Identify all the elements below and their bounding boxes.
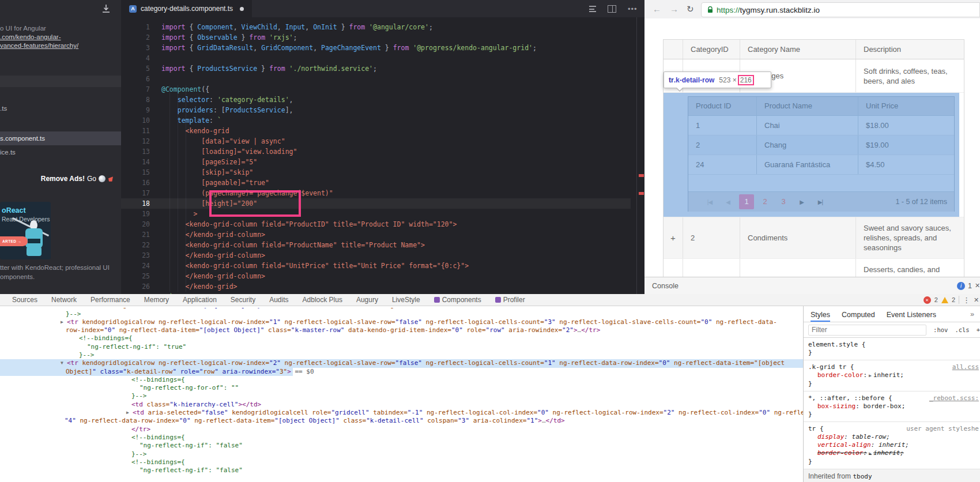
file-item-selected[interactable]: s.component.ts — [0, 131, 121, 145]
expand-row-icon[interactable]: + — [664, 259, 683, 277]
element-tree-row[interactable]: <!--bindings={ — [0, 334, 803, 342]
code-line[interactable]: 15 [skip]="skip" — [121, 167, 631, 178]
devtools-tab-components[interactable]: Components — [434, 296, 481, 304]
element-tree-row[interactable]: "ng-reflect-ng-for-of": "" — [0, 384, 803, 392]
code-line[interactable]: 23 </kendo-grid-column> — [121, 250, 631, 261]
sidebar-link[interactable]: vanced-features/hierarchy/ — [0, 42, 78, 50]
code-line[interactable]: 5import { ProductsService } from './nort… — [121, 63, 631, 74]
warning-badge-icon[interactable] — [941, 297, 948, 303]
pager-page-3[interactable]: 3 — [776, 194, 791, 209]
kendoreact-ad[interactable]: oReact React Developers ARTED → — [0, 202, 51, 259]
preview-console-bar[interactable]: Console i 1 — [644, 277, 980, 294]
code-line[interactable]: 12 [data]="view | async" — [121, 136, 631, 146]
code-area[interactable]: 1import { Component, ViewChild, Input, O… — [121, 22, 631, 294]
pager-prev-icon[interactable] — [721, 194, 736, 209]
code-line[interactable]: 7@Component({ — [121, 84, 631, 95]
code-line[interactable]: 22 <kendo-grid-column field="ProductName… — [121, 240, 631, 250]
element-tree-row[interactable]: }--> — [0, 450, 803, 458]
download-icon[interactable] — [101, 4, 111, 13]
split-editor-icon[interactable] — [608, 5, 616, 13]
element-tree-row[interactable]: <!--bindings={ — [0, 434, 803, 442]
detail-grid-row[interactable]: 24 Guaraná Fantástica $4.50 — [688, 155, 954, 175]
reload-icon[interactable] — [687, 4, 694, 14]
url-bar[interactable]: https://tygmsy.run.stackblitz.io — [701, 2, 980, 17]
devtools-tab-augury[interactable]: Augury — [356, 296, 378, 304]
code-line[interactable]: 20 <kendo-grid-column field="ProductID" … — [121, 219, 631, 229]
devtools-tab-memory[interactable]: Memory — [144, 296, 169, 304]
pager-first-icon[interactable] — [702, 194, 717, 209]
pager-page-2[interactable]: 2 — [757, 194, 772, 209]
code-line[interactable]: 2import { Observable } from 'rxjs'; — [121, 32, 631, 43]
tab-styles[interactable]: Styles — [811, 307, 830, 322]
code-line[interactable]: 13 [loading]="view.loading" — [121, 146, 631, 157]
code-line[interactable]: 1import { Component, ViewChild, Input, O… — [121, 22, 631, 32]
css-rule-user-agent-tr[interactable]: user agent styleshe tr { display table-r… — [804, 422, 980, 469]
tab-overflow-icon[interactable]: » — [970, 310, 980, 318]
tab-computed[interactable]: Computed — [842, 307, 875, 322]
element-tree-row[interactable]: }--> — [0, 351, 803, 359]
devtools-close-icon[interactable] — [974, 296, 980, 304]
code-line[interactable]: 24 <kendo-grid-column field="UnitPrice" … — [121, 261, 631, 271]
styles-filter-input[interactable] — [808, 325, 926, 336]
devtools-tab-profiler[interactable]: Profiler — [495, 296, 525, 304]
code-line[interactable]: 17 (pageChange)="pageChange($event)" — [121, 188, 631, 198]
code-line[interactable]: 21 </kendo-grid-column> — [121, 229, 631, 240]
code-line[interactable]: 26 </kendo-grid> — [121, 281, 631, 292]
file-item[interactable]: .ts — [0, 101, 121, 115]
element-tree-row[interactable]: }--> — [0, 310, 803, 318]
pager-next-icon[interactable] — [794, 194, 809, 209]
devtools-tab-application[interactable]: Application — [183, 296, 217, 304]
element-tree-row[interactable]: }--> — [0, 392, 803, 400]
sidebar-link[interactable]: .com/kendo-angular- — [0, 33, 78, 42]
devtools-tab-adblock-plus[interactable]: Adblock Plus — [303, 296, 342, 304]
element-tree-row[interactable]: row-index="0" ng-reflect-data-item="[obj… — [0, 326, 803, 334]
toggle-hover-state[interactable]: :hov — [933, 326, 948, 333]
element-tree-row[interactable]: ▶<tr kendogridlogicalrow ng-reflect-logi… — [0, 318, 803, 326]
tab-event-listeners[interactable]: Event Listeners — [887, 307, 936, 322]
more-options-icon[interactable] — [628, 6, 638, 12]
devtools-tab-performance[interactable]: Performance — [91, 296, 130, 304]
element-tree-row[interactable]: "ng-reflect-ng-if": "false" — [0, 442, 803, 450]
element-tree-row[interactable]: <td class="k-hierarchy-cell"></td> — [0, 401, 803, 409]
code-line[interactable]: 10 template: ` — [121, 115, 631, 126]
stylesheet-link[interactable]: _reboot.scss: — [929, 394, 979, 402]
css-rule-element-style[interactable]: element.style { } — [804, 338, 980, 360]
code-line[interactable]: 9 providers: [ProductsService], — [121, 105, 631, 115]
devtools-tab-sources[interactable]: Sources — [12, 296, 37, 304]
close-icon[interactable] — [975, 282, 980, 289]
back-icon[interactable] — [653, 4, 661, 14]
format-lines-icon[interactable] — [589, 6, 596, 12]
code-line[interactable]: 11 <kendo-grid — [121, 126, 631, 136]
css-rule-k-grid-tr[interactable]: all.css .k-grid tr { border-color▶inheri… — [804, 360, 980, 391]
devtools-tab-network[interactable]: Network — [51, 296, 77, 304]
pager-last-icon[interactable] — [813, 194, 828, 209]
code-line[interactable]: 19 > — [121, 209, 631, 219]
code-line[interactable]: 4 — [121, 53, 631, 63]
element-tree-row[interactable]: "ng-reflect-ng-if": "true" — [0, 343, 803, 351]
grid-row-condiments[interactable]: + 2 Condiments Sweet and savory sauces, … — [664, 217, 964, 259]
code-line[interactable]: 18 [height]="200" — [121, 198, 631, 209]
editor-overview-ruler[interactable] — [636, 17, 637, 294]
element-tree-row[interactable]: ▼<tr kendogridlogicalrow ng-reflect-logi… — [0, 359, 803, 367]
error-badge-icon[interactable] — [924, 296, 931, 304]
code-line[interactable]: 6 — [121, 74, 631, 84]
detail-grid-row[interactable]: 1 Chai $18.00 — [688, 116, 954, 135]
code-line[interactable]: 14 [pageSize]="5" — [121, 157, 631, 167]
forward-icon[interactable] — [670, 4, 679, 14]
element-tree-row[interactable]: "4" ng-reflect-data-row-index="0" ng-ref… — [0, 417, 803, 425]
element-tree-row[interactable]: <!--bindings={ — [0, 376, 803, 384]
devtools-tab-audits[interactable]: Audits — [269, 296, 288, 304]
stylesheet-link[interactable]: all.css — [952, 363, 979, 371]
toggle-class[interactable]: .cls — [955, 326, 969, 333]
element-tree-row[interactable]: </tr> — [0, 425, 803, 434]
element-tree-row[interactable]: ▶<td aria-selected="false" kendogridlogi… — [0, 409, 803, 417]
code-line[interactable]: 3import { GridDataResult, GridComponent,… — [121, 43, 631, 53]
css-rule-reboot[interactable]: _reboot.scss: *, ::after, ::before { box… — [804, 391, 980, 422]
code-line[interactable]: 8 selector: 'category-details', — [121, 95, 631, 105]
code-line[interactable]: 16 [pageable]="true" — [121, 178, 631, 188]
pager-page-1[interactable]: 1 — [739, 194, 754, 209]
element-tree-row[interactable]: <!--bindings={ — [0, 458, 803, 466]
grid-row-confections[interactable]: + 3 Confections Desserts, candies, and s… — [664, 259, 964, 277]
devtools-tab-livestyle[interactable]: LiveStyle — [392, 296, 420, 304]
element-tree-row[interactable]: "ng-reflect-ng-if": "false" — [0, 466, 803, 475]
